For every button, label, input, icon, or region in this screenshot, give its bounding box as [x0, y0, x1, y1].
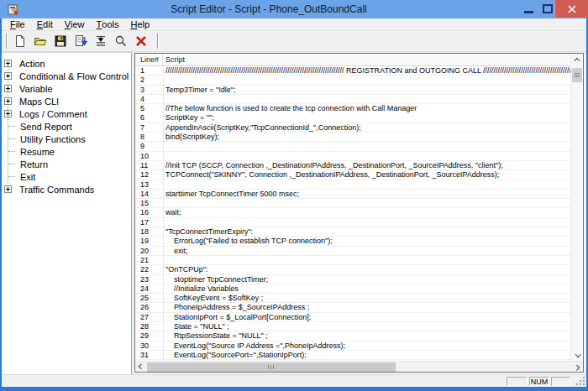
open-folder-icon: [34, 34, 47, 48]
export-script-button[interactable]: [71, 32, 91, 50]
delete-button[interactable]: [131, 32, 151, 50]
scroll-down-icon[interactable]: [571, 349, 583, 361]
code-row[interactable]: 7AppendInAscii(ScriptKey,"TcpConnectionI…: [135, 123, 570, 133]
scroll-right-icon[interactable]: [572, 362, 583, 372]
code-row[interactable]: 31EventLog("SourcePort=",StationIpPort);: [135, 351, 570, 360]
code-row[interactable]: 13: [135, 180, 570, 190]
code-row[interactable]: 15: [135, 199, 570, 208]
code-rows: 1///////////////////////////////////////…: [135, 66, 570, 361]
tree-item-return[interactable]: Return: [2, 158, 131, 170]
code-row[interactable]: 30EventLog("Source IP Address =",PhoneIp…: [135, 341, 570, 351]
open-button[interactable]: [30, 32, 50, 50]
scroll-up-icon[interactable]: [571, 54, 583, 65]
toolbar-gripper[interactable]: [6, 34, 8, 49]
close-button[interactable]: [554, 0, 588, 18]
insert-lines-button[interactable]: [91, 32, 111, 50]
expand-plus-icon[interactable]: [4, 85, 12, 92]
line-number: 2: [135, 76, 163, 85]
code-row[interactable]: 11//Init TCP (SCCP, Connection ,_Destina…: [135, 161, 570, 170]
tree-item-utility-functions[interactable]: Utility Functions: [2, 133, 131, 145]
tree-item-resume[interactable]: Resume: [2, 145, 131, 158]
line-number: 28: [135, 322, 163, 331]
code-row[interactable]: 25SoftKeyEvent = $SoftKey ;: [135, 294, 570, 303]
code-row[interactable]: 16wait;: [135, 208, 570, 217]
scroll-left-icon[interactable]: [135, 362, 146, 372]
code-row[interactable]: 23stoptimer TcpConnectTimer;: [135, 275, 570, 284]
code-row[interactable]: 20exit;: [135, 247, 570, 256]
tree-item-variable[interactable]: Variable: [2, 82, 131, 95]
tree-item-label: Utility Functions: [20, 134, 86, 144]
code-row[interactable]: 19ErrorLog("Failed to establish TCP conn…: [135, 237, 570, 246]
code-row[interactable]: 29RtpSessionState = "NULL" ;: [135, 331, 570, 341]
script-line-text: ErrorLog("Failed to establish TCP connec…: [163, 237, 333, 246]
maximize-button[interactable]: [543, 4, 553, 13]
find-button[interactable]: [111, 32, 131, 50]
code-row[interactable]: 12TCPConnect("SKINNY", Connection ,_Dest…: [135, 170, 570, 180]
tree-item-send-report[interactable]: Send Report: [2, 120, 131, 133]
new-document-icon: [13, 34, 27, 48]
menu-view[interactable]: View: [59, 18, 91, 31]
line-number: 3: [135, 86, 163, 95]
code-row[interactable]: 10: [135, 152, 570, 161]
tree-item-maps-cli[interactable]: Maps CLI: [2, 95, 131, 107]
save-button[interactable]: [50, 32, 71, 50]
minimize-button[interactable]: [524, 11, 533, 13]
expand-plus-icon[interactable]: [4, 185, 12, 193]
tree-leaf-connector: [8, 126, 15, 127]
resize-grip-icon[interactable]: [575, 376, 585, 386]
code-row[interactable]: 2: [135, 76, 570, 85]
code-row[interactable]: 4: [135, 95, 570, 104]
code-row[interactable]: 5//The below function is used to create …: [135, 104, 570, 113]
tree-panel: ActionConditional & Flow ControlVariable…: [2, 52, 132, 374]
status-pane-1: [507, 377, 528, 386]
menu-help[interactable]: Help: [125, 18, 156, 31]
script-line-text: AppendInAscii(ScriptKey,"TcpConnectionId…: [163, 123, 361, 133]
close-icon: [568, 5, 576, 13]
tree-item-conditional-flow-control[interactable]: Conditional & Flow Control: [2, 70, 131, 82]
code-row[interactable]: 18"TcpConnectTimerExpiry":: [135, 227, 570, 237]
tree-item-logs-comment[interactable]: Logs / Comment: [2, 107, 131, 120]
script-line-text: ////////////////////////////////////////…: [163, 66, 570, 76]
code-row[interactable]: 28State = "NULL" ;: [135, 322, 570, 331]
code-row[interactable]: 24//Initialize Variables: [135, 284, 570, 294]
column-header-line[interactable]: Line#: [135, 54, 163, 65]
tree-item-exit[interactable]: Exit: [2, 170, 131, 183]
horizontal-scroll-thumb[interactable]: [147, 362, 396, 372]
tree-item-action[interactable]: Action: [2, 57, 131, 70]
code-row[interactable]: 8bind(ScriptKey);: [135, 133, 570, 142]
code-row[interactable]: 26PhoneIpAddress = $_SourceIPAddress ;: [135, 303, 570, 312]
line-number: 31: [135, 351, 163, 360]
code-row[interactable]: 3Temp3Timer = "Idle";: [135, 86, 570, 95]
code-row[interactable]: 9: [135, 142, 570, 151]
menu-tools[interactable]: Tools: [91, 18, 125, 31]
code-row[interactable]: 1///////////////////////////////////////…: [135, 66, 570, 76]
script-line-text: EventLog("SourcePort=",StationIpPort);: [163, 351, 307, 360]
line-number: 24: [135, 284, 163, 294]
code-row[interactable]: 21: [135, 256, 570, 265]
line-number: 20: [135, 247, 163, 256]
line-number: 18: [135, 227, 163, 237]
code-row[interactable]: 22"OnTCPUp":: [135, 265, 570, 274]
new-button[interactable]: [10, 32, 30, 50]
menu-file[interactable]: File: [4, 18, 31, 31]
expand-plus-icon[interactable]: [4, 110, 12, 117]
line-number: 1: [135, 66, 163, 76]
menu-edit[interactable]: Edit: [31, 18, 59, 31]
code-row[interactable]: 27StationIpPort = $_LocalPort[Connection…: [135, 313, 570, 322]
code-row[interactable]: 14starttimer TcpConnectTimer 5000 msec;: [135, 190, 570, 199]
code-row[interactable]: 6ScriptKey = "";: [135, 113, 570, 123]
vertical-scrollbar[interactable]: [570, 54, 583, 361]
vertical-scroll-thumb[interactable]: [572, 68, 582, 82]
code-row[interactable]: 17: [135, 218, 570, 227]
script-line-text: starttimer TcpConnectTimer 5000 msec;: [163, 190, 299, 199]
tree-item-traffic-commands[interactable]: Traffic Commands: [2, 183, 131, 196]
script-line-text: PhoneIpAddress = $_SourceIPAddress ;: [163, 303, 309, 312]
line-number: 12: [135, 170, 163, 180]
expand-plus-icon[interactable]: [4, 97, 12, 105]
column-header-script[interactable]: Script: [163, 54, 570, 65]
expand-plus-icon[interactable]: [4, 72, 12, 80]
horizontal-scrollbar[interactable]: [135, 361, 583, 372]
script-line-text: State = "NULL" ;: [163, 322, 229, 331]
expand-plus-icon[interactable]: [4, 60, 12, 67]
line-number: 10: [135, 152, 163, 161]
